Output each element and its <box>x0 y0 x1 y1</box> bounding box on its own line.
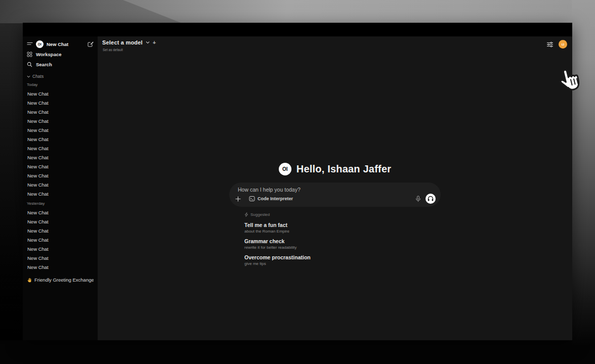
suggested-title: Grammar check <box>244 238 441 244</box>
main-area: Select a model + Set as default IJ OI <box>98 36 572 340</box>
app-logo: OI <box>279 163 291 175</box>
greeting-text: Hello, Ishaan Jaffer <box>296 163 391 175</box>
headphones-icon <box>428 196 434 202</box>
suggested-item[interactable]: Grammar checkrewrite it for better reada… <box>244 238 441 250</box>
suggested-list: Tell me a fun factabout the Roman Empire… <box>244 222 441 266</box>
voice-call-button[interactable] <box>426 194 436 204</box>
new-chat-icon[interactable] <box>88 41 94 47</box>
desktop: OI New Chat Workspace Search <box>0 0 595 364</box>
suggested-subtitle: rewrite it for better readability <box>244 245 441 250</box>
app-logo: OI <box>36 40 44 48</box>
chat-item-highlighted[interactable]: Friendly Greeting Exchange <box>27 276 94 285</box>
user-avatar[interactable]: IJ <box>559 40 567 49</box>
wallpaper-left-edge <box>0 23 23 364</box>
code-interpreter-toggle[interactable]: Code Interpreter <box>249 196 293 202</box>
suggested-section: Suggested Tell me a fun factabout the Ro… <box>229 211 441 266</box>
model-selector[interactable]: Select a model <box>102 39 143 46</box>
microphone-icon[interactable] <box>415 196 421 202</box>
chat-item[interactable]: New Chat <box>27 99 94 108</box>
chat-input-box[interactable]: Code Interpreter <box>229 183 441 207</box>
search-icon <box>27 62 32 67</box>
chat-item[interactable]: New Chat <box>27 245 94 254</box>
chat-item[interactable]: New Chat <box>27 263 94 272</box>
chat-item[interactable]: New Chat <box>27 171 94 180</box>
sidebar: OI New Chat Workspace Search <box>23 36 98 340</box>
chat-item[interactable]: New Chat <box>27 217 94 226</box>
wallpaper-bottom-edge <box>0 340 572 364</box>
suggested-item[interactable]: Overcome procrastinationgive me tips <box>244 254 441 266</box>
chat-item[interactable]: New Chat <box>27 226 94 236</box>
sparkle-bolt-icon <box>244 212 248 217</box>
sidebar-item-label: Workspace <box>36 52 62 57</box>
chat-item[interactable]: New Chat <box>27 126 94 135</box>
suggested-label: Suggested <box>250 212 270 217</box>
attach-plus-icon[interactable] <box>235 196 241 202</box>
wallpaper-right-edge <box>572 0 595 364</box>
code-interpreter-label: Code Interpreter <box>258 196 293 201</box>
chat-group-label: Yesterday <box>27 200 94 207</box>
sidebar-title: New Chat <box>47 41 84 47</box>
chat-item[interactable]: New Chat <box>27 162 94 171</box>
chat-item[interactable]: New Chat <box>27 208 94 217</box>
sidebar-toggle-icon[interactable] <box>27 41 33 47</box>
chat-item[interactable]: New Chat <box>27 236 94 245</box>
chevron-down-icon[interactable] <box>146 40 150 44</box>
suggested-item[interactable]: Tell me a fun factabout the Roman Empire <box>244 222 441 234</box>
chevron-down-icon <box>27 75 30 78</box>
chat-item[interactable]: New Chat <box>27 108 94 117</box>
workspace-grid-icon <box>27 52 32 57</box>
chat-item[interactable]: New Chat <box>27 180 94 190</box>
chat-groups: TodayNew ChatNew ChatNew ChatNew ChatNew… <box>27 81 94 272</box>
chat-item[interactable]: New Chat <box>27 89 94 99</box>
chat-item[interactable]: New Chat <box>27 144 94 153</box>
suggested-subtitle: give me tips <box>244 261 441 266</box>
chat-item[interactable]: New Chat <box>27 135 94 144</box>
chat-item-label: Friendly Greeting Exchange <box>34 276 94 285</box>
suggested-title: Overcome procrastination <box>244 254 441 260</box>
sidebar-item-workspace[interactable]: Workspace <box>27 50 94 59</box>
window-titlebar <box>23 23 572 36</box>
add-model-button[interactable]: + <box>153 39 156 46</box>
chat-input[interactable] <box>238 187 390 193</box>
chats-section-header[interactable]: Chats <box>27 73 94 80</box>
sidebar-item-label: Search <box>36 62 52 67</box>
app-window: OI New Chat Workspace Search <box>23 23 572 340</box>
wave-emoji-icon <box>27 278 32 283</box>
set-as-default-button[interactable]: Set as default <box>103 48 123 52</box>
chat-item[interactable]: New Chat <box>27 153 94 162</box>
chat-group-label: Today <box>27 81 94 88</box>
chat-item[interactable]: New Chat <box>27 190 94 199</box>
chat-item[interactable]: New Chat <box>27 254 94 263</box>
chat-item[interactable]: New Chat <box>27 117 94 126</box>
settings-sliders-icon[interactable] <box>546 41 554 48</box>
sidebar-item-search[interactable]: Search <box>27 60 94 69</box>
chats-section-label: Chats <box>32 74 44 79</box>
suggested-subtitle: about the Roman Empire <box>244 229 441 234</box>
suggested-title: Tell me a fun fact <box>244 222 441 228</box>
